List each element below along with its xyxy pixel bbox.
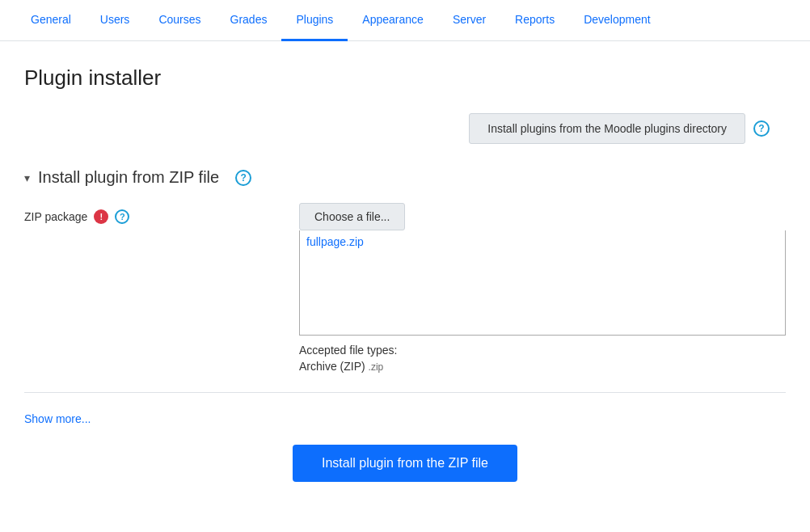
section-collapse-toggle[interactable]: ▾ [24,171,30,184]
error-icon: ! [94,209,108,224]
nav-users[interactable]: Users [86,0,145,41]
file-input-box: fullpage.zip [299,230,786,336]
nav-grades[interactable]: Grades [216,0,282,41]
nav-appearance[interactable]: Appearance [348,0,438,41]
directory-help-icon[interactable]: ? [753,120,770,137]
install-btn-row: Install plugin from the ZIP file [24,445,786,482]
show-more-link[interactable]: Show more... [24,412,91,425]
section-title: Install plugin from ZIP file [38,168,219,187]
info-icon[interactable]: ? [115,209,129,224]
selected-file-link[interactable]: fullpage.zip [306,235,364,248]
zip-input-col: Choose a file... fullpage.zip Accepted f… [299,203,786,373]
accepted-types: Accepted file types: [299,344,786,357]
divider [24,392,786,393]
nav-reports[interactable]: Reports [500,0,569,41]
accepted-types-label: Accepted file types: [299,344,397,357]
archive-label: Archive (ZIP) [299,360,365,373]
install-directory-button[interactable]: Install plugins from the Moodle plugins … [469,113,745,144]
section-help-icon[interactable]: ? [235,170,251,186]
zip-ext: .zip [369,361,384,373]
page-title: Plugin installer [24,65,786,91]
top-navigation: General Users Courses Grades Plugins App… [0,0,810,41]
main-content: Plugin installer Install plugins from th… [0,41,810,506]
install-zip-button[interactable]: Install plugin from the ZIP file [293,445,517,482]
nav-courses[interactable]: Courses [144,0,215,41]
nav-general[interactable]: General [16,0,86,41]
install-directory-row: Install plugins from the Moodle plugins … [24,113,786,144]
nav-plugins[interactable]: Plugins [281,0,348,41]
zip-label-col: ZIP package ! ? [24,203,299,224]
nav-development[interactable]: Development [569,0,665,41]
archive-text: Archive (ZIP) .zip [299,360,786,373]
nav-server[interactable]: Server [438,0,500,41]
zip-package-label: ZIP package [24,210,87,223]
choose-file-button[interactable]: Choose a file... [299,203,405,230]
section-header: ▾ Install plugin from ZIP file ? [24,168,786,187]
zip-package-row: ZIP package ! ? Choose a file... fullpag… [24,203,786,373]
